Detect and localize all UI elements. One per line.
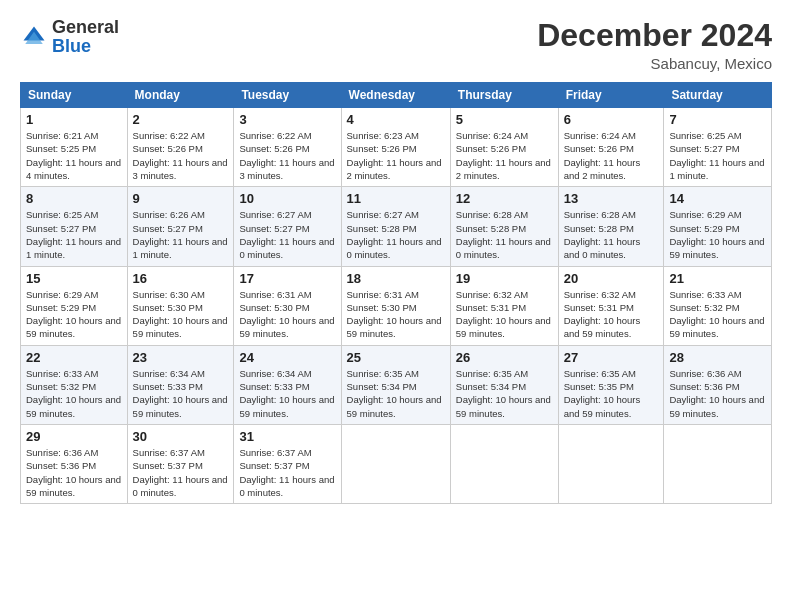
calendar-cell: 3 Sunrise: 6:22 AM Sunset: 5:26 PM Dayli… [234,108,341,187]
logo-icon [20,23,48,51]
day-info: Sunrise: 6:32 AM Sunset: 5:31 PM Dayligh… [456,288,553,341]
page: General Blue December 2024 Sabancuy, Mex… [0,0,792,514]
calendar-cell: 30 Sunrise: 6:37 AM Sunset: 5:37 PM Dayl… [127,424,234,503]
day-info: Sunrise: 6:36 AM Sunset: 5:36 PM Dayligh… [669,367,766,420]
calendar-week-row: 15 Sunrise: 6:29 AM Sunset: 5:29 PM Dayl… [21,266,772,345]
calendar-cell: 1 Sunrise: 6:21 AM Sunset: 5:25 PM Dayli… [21,108,128,187]
calendar-week-row: 8 Sunrise: 6:25 AM Sunset: 5:27 PM Dayli… [21,187,772,266]
day-info: Sunrise: 6:21 AM Sunset: 5:25 PM Dayligh… [26,129,122,182]
day-info: Sunrise: 6:26 AM Sunset: 5:27 PM Dayligh… [133,208,229,261]
day-number: 12 [456,191,553,206]
day-info: Sunrise: 6:32 AM Sunset: 5:31 PM Dayligh… [564,288,659,341]
calendar-cell [450,424,558,503]
day-info: Sunrise: 6:25 AM Sunset: 5:27 PM Dayligh… [669,129,766,182]
day-number: 17 [239,271,335,286]
header-friday: Friday [558,83,664,108]
calendar-cell: 22 Sunrise: 6:33 AM Sunset: 5:32 PM Dayl… [21,345,128,424]
day-info: Sunrise: 6:33 AM Sunset: 5:32 PM Dayligh… [669,288,766,341]
day-number: 30 [133,429,229,444]
day-number: 15 [26,271,122,286]
calendar-cell: 5 Sunrise: 6:24 AM Sunset: 5:26 PM Dayli… [450,108,558,187]
day-number: 3 [239,112,335,127]
calendar-cell: 25 Sunrise: 6:35 AM Sunset: 5:34 PM Dayl… [341,345,450,424]
calendar-cell: 26 Sunrise: 6:35 AM Sunset: 5:34 PM Dayl… [450,345,558,424]
day-info: Sunrise: 6:31 AM Sunset: 5:30 PM Dayligh… [347,288,445,341]
day-info: Sunrise: 6:22 AM Sunset: 5:26 PM Dayligh… [133,129,229,182]
calendar-week-row: 1 Sunrise: 6:21 AM Sunset: 5:25 PM Dayli… [21,108,772,187]
day-info: Sunrise: 6:31 AM Sunset: 5:30 PM Dayligh… [239,288,335,341]
header-tuesday: Tuesday [234,83,341,108]
calendar-cell: 21 Sunrise: 6:33 AM Sunset: 5:32 PM Dayl… [664,266,772,345]
day-info: Sunrise: 6:22 AM Sunset: 5:26 PM Dayligh… [239,129,335,182]
day-number: 28 [669,350,766,365]
day-info: Sunrise: 6:24 AM Sunset: 5:26 PM Dayligh… [456,129,553,182]
calendar-body: 1 Sunrise: 6:21 AM Sunset: 5:25 PM Dayli… [21,108,772,504]
day-number: 25 [347,350,445,365]
calendar-cell [558,424,664,503]
day-info: Sunrise: 6:36 AM Sunset: 5:36 PM Dayligh… [26,446,122,499]
logo-general: General [52,17,119,37]
day-number: 31 [239,429,335,444]
calendar-cell: 14 Sunrise: 6:29 AM Sunset: 5:29 PM Dayl… [664,187,772,266]
day-number: 13 [564,191,659,206]
day-number: 16 [133,271,229,286]
day-number: 5 [456,112,553,127]
day-number: 23 [133,350,229,365]
day-info: Sunrise: 6:24 AM Sunset: 5:26 PM Dayligh… [564,129,659,182]
calendar-cell: 10 Sunrise: 6:27 AM Sunset: 5:27 PM Dayl… [234,187,341,266]
day-number: 8 [26,191,122,206]
day-number: 26 [456,350,553,365]
day-number: 20 [564,271,659,286]
day-number: 19 [456,271,553,286]
day-info: Sunrise: 6:34 AM Sunset: 5:33 PM Dayligh… [239,367,335,420]
day-info: Sunrise: 6:35 AM Sunset: 5:34 PM Dayligh… [456,367,553,420]
location-title: Sabancuy, Mexico [537,55,772,72]
calendar-cell: 18 Sunrise: 6:31 AM Sunset: 5:30 PM Dayl… [341,266,450,345]
day-number: 6 [564,112,659,127]
calendar-cell: 12 Sunrise: 6:28 AM Sunset: 5:28 PM Dayl… [450,187,558,266]
logo-blue: Blue [52,36,91,56]
day-number: 10 [239,191,335,206]
day-number: 22 [26,350,122,365]
day-info: Sunrise: 6:37 AM Sunset: 5:37 PM Dayligh… [239,446,335,499]
calendar-cell: 20 Sunrise: 6:32 AM Sunset: 5:31 PM Dayl… [558,266,664,345]
header-wednesday: Wednesday [341,83,450,108]
calendar-week-row: 22 Sunrise: 6:33 AM Sunset: 5:32 PM Dayl… [21,345,772,424]
day-number: 7 [669,112,766,127]
calendar-header: Sunday Monday Tuesday Wednesday Thursday… [21,83,772,108]
day-info: Sunrise: 6:27 AM Sunset: 5:27 PM Dayligh… [239,208,335,261]
month-title: December 2024 [537,18,772,53]
logo-text: General Blue [52,18,119,56]
calendar-cell: 17 Sunrise: 6:31 AM Sunset: 5:30 PM Dayl… [234,266,341,345]
calendar-cell: 4 Sunrise: 6:23 AM Sunset: 5:26 PM Dayli… [341,108,450,187]
header-sunday: Sunday [21,83,128,108]
day-info: Sunrise: 6:27 AM Sunset: 5:28 PM Dayligh… [347,208,445,261]
calendar-cell: 31 Sunrise: 6:37 AM Sunset: 5:37 PM Dayl… [234,424,341,503]
day-info: Sunrise: 6:30 AM Sunset: 5:30 PM Dayligh… [133,288,229,341]
calendar-cell: 29 Sunrise: 6:36 AM Sunset: 5:36 PM Dayl… [21,424,128,503]
day-info: Sunrise: 6:25 AM Sunset: 5:27 PM Dayligh… [26,208,122,261]
day-info: Sunrise: 6:23 AM Sunset: 5:26 PM Dayligh… [347,129,445,182]
day-info: Sunrise: 6:37 AM Sunset: 5:37 PM Dayligh… [133,446,229,499]
header-saturday: Saturday [664,83,772,108]
day-number: 21 [669,271,766,286]
day-number: 9 [133,191,229,206]
calendar-cell: 28 Sunrise: 6:36 AM Sunset: 5:36 PM Dayl… [664,345,772,424]
day-number: 4 [347,112,445,127]
day-number: 1 [26,112,122,127]
calendar-week-row: 29 Sunrise: 6:36 AM Sunset: 5:36 PM Dayl… [21,424,772,503]
calendar-cell [664,424,772,503]
day-number: 27 [564,350,659,365]
calendar-table: Sunday Monday Tuesday Wednesday Thursday… [20,82,772,504]
day-info: Sunrise: 6:34 AM Sunset: 5:33 PM Dayligh… [133,367,229,420]
calendar-cell: 16 Sunrise: 6:30 AM Sunset: 5:30 PM Dayl… [127,266,234,345]
calendar-cell: 9 Sunrise: 6:26 AM Sunset: 5:27 PM Dayli… [127,187,234,266]
day-info: Sunrise: 6:33 AM Sunset: 5:32 PM Dayligh… [26,367,122,420]
header-monday: Monday [127,83,234,108]
calendar-cell: 27 Sunrise: 6:35 AM Sunset: 5:35 PM Dayl… [558,345,664,424]
logo: General Blue [20,18,119,56]
calendar-cell: 11 Sunrise: 6:27 AM Sunset: 5:28 PM Dayl… [341,187,450,266]
day-number: 11 [347,191,445,206]
day-number: 18 [347,271,445,286]
day-info: Sunrise: 6:35 AM Sunset: 5:34 PM Dayligh… [347,367,445,420]
